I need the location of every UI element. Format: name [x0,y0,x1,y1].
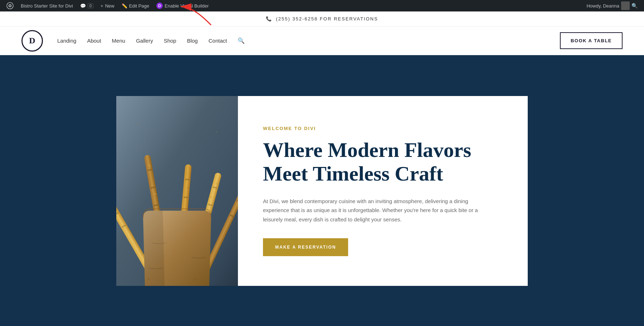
svg-point-41 [209,277,210,278]
main-nav: D Landing About Menu Gallery Shop Blog C… [0,27,644,55]
book-table-button[interactable]: BOOK A TABLE [560,32,623,49]
phone-icon: 📞 [266,16,272,21]
speech-bubble-icon: 💬 [80,3,86,9]
nav-blog[interactable]: Blog [187,38,198,44]
svg-point-2 [9,5,11,6]
avatar [621,1,630,10]
site-logo[interactable]: D [21,30,43,52]
hero-content: WELCOME TO DIVI Where Modern Flavors Mee… [238,96,528,286]
wp-logo[interactable] [3,0,17,11]
divi-icon: D [156,3,163,9]
admin-bar: Bistro Starter Site for Divi 💬 0 + New ✏… [0,0,644,11]
search-icon[interactable]: 🔍 [631,3,638,9]
svg-point-43 [194,279,196,280]
site-title[interactable]: Bistro Starter Site for Divi [17,0,77,11]
comments-button[interactable]: 💬 0 [77,0,97,11]
new-button[interactable]: + New [97,0,118,11]
svg-point-42 [162,280,163,281]
hero-card: WELCOME TO DIVI Where Modern Flavors Mee… [116,96,528,286]
svg-point-7 [216,131,217,133]
wordpress-icon [6,2,14,9]
top-bar: 📞 (255) 352-6258 FOR RESERVATIONS [0,11,644,27]
nav-landing[interactable]: Landing [57,38,76,44]
make-reservation-button[interactable]: MAKE A RESERVATION [263,238,348,256]
hero-section: WELCOME TO DIVI Where Modern Flavors Mee… [0,55,644,326]
svg-point-5 [137,124,138,125]
nav-about[interactable]: About [87,38,101,44]
nav-shop[interactable]: Shop [164,38,176,44]
svg-point-6 [145,139,146,140]
edit-page-button[interactable]: ✏️ Edit Page [118,0,153,11]
svg-point-40 [148,278,149,279]
pencil-icon: ✏️ [122,3,127,9]
welcome-label: WELCOME TO DIVI [263,126,506,131]
nav-menu[interactable]: Menu [112,38,126,44]
hero-image [116,96,238,286]
nav-gallery[interactable]: Gallery [136,38,153,44]
enable-visual-builder-button[interactable]: D Enable Visual Builder [153,0,212,11]
food-photo [116,96,238,286]
hero-description: At Divi, we blend contemporary cuisine w… [263,197,485,224]
nav-search-icon[interactable]: 🔍 [238,37,245,44]
hero-title: Where Modern Flavors Meet Timeless Craft [263,138,506,186]
plus-icon: + [101,3,103,9]
nav-contact[interactable]: Contact [209,38,227,44]
admin-bar-right: Howdy, Deanna 🔍 [583,1,641,10]
nav-links: Landing About Menu Gallery Shop Blog Con… [57,37,560,44]
